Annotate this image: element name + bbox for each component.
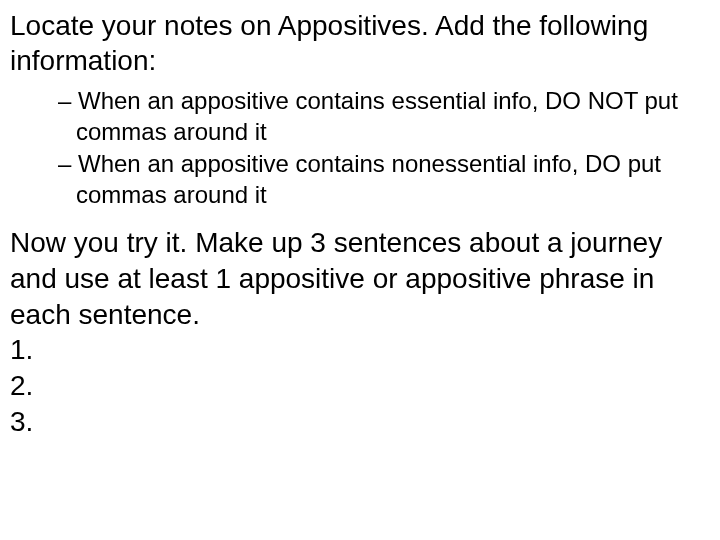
dash-icon: – xyxy=(58,87,78,114)
number-line: 2. xyxy=(10,368,710,404)
bullet-item: – When an appositive contains nonessenti… xyxy=(58,149,702,210)
bullet-text: When an appositive contains nonessential… xyxy=(76,150,661,208)
number-line: 3. xyxy=(10,404,710,440)
dash-icon: – xyxy=(58,150,78,177)
bullet-list: – When an appositive contains essential … xyxy=(10,86,710,211)
bullet-text: When an appositive contains essential in… xyxy=(76,87,678,145)
intro-paragraph: Locate your notes on Appositives. Add th… xyxy=(10,8,710,78)
number-line: 1. xyxy=(10,332,710,368)
slide: Locate your notes on Appositives. Add th… xyxy=(0,0,720,540)
bullet-item: – When an appositive contains essential … xyxy=(58,86,702,147)
instruction-paragraph: Now you try it. Make up 3 sentences abou… xyxy=(10,225,710,332)
